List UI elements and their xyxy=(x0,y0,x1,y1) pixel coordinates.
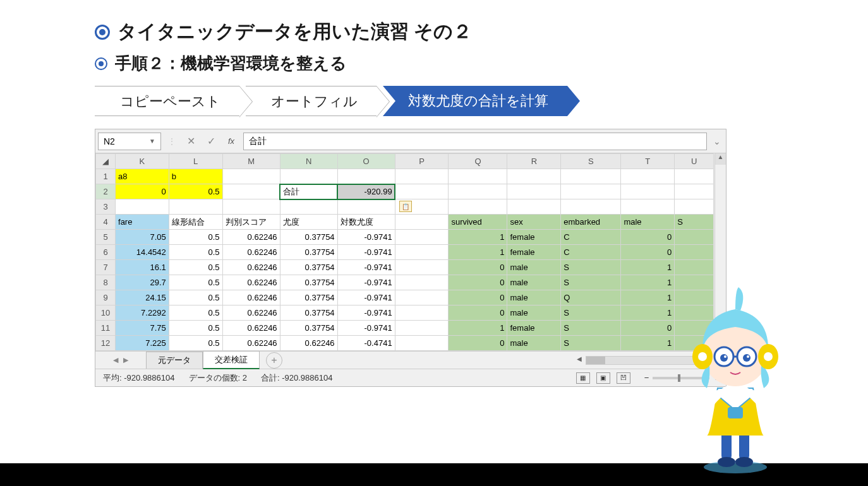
row-header[interactable]: 11 xyxy=(96,321,116,336)
cell[interactable]: 0 xyxy=(449,290,507,305)
cell[interactable] xyxy=(395,215,449,230)
cell[interactable] xyxy=(222,169,280,184)
col-header[interactable]: P xyxy=(395,154,449,169)
cell[interactable]: Q xyxy=(561,290,621,305)
cell[interactable]: 0.5 xyxy=(169,321,222,336)
cell[interactable]: 7.05 xyxy=(116,230,169,245)
cell[interactable]: sex xyxy=(507,215,561,230)
cell[interactable]: 1 xyxy=(621,290,675,305)
cell[interactable]: -0.9741 xyxy=(337,275,395,290)
cell[interactable]: -0.9741 xyxy=(337,260,395,275)
row-header[interactable]: 6 xyxy=(96,245,116,260)
cell[interactable]: 判別スコア xyxy=(222,215,280,230)
table-row[interactable]: 2 0 0.5 合計 -920.99 xyxy=(96,184,726,199)
cell[interactable]: C xyxy=(561,245,621,260)
cell[interactable] xyxy=(675,169,714,184)
cell[interactable]: 0.62246 xyxy=(222,305,280,321)
cell-selected[interactable]: 合計 xyxy=(280,184,337,199)
cell[interactable]: -0.4741 xyxy=(337,336,395,351)
cell-selected[interactable]: -920.99 xyxy=(337,184,395,199)
row-header[interactable]: 12 xyxy=(96,336,116,351)
cell[interactable]: 0.5 xyxy=(169,290,222,305)
cell[interactable]: 0.5 xyxy=(169,305,222,321)
cell[interactable]: -0.9741 xyxy=(337,305,395,321)
cell[interactable]: male xyxy=(621,215,675,230)
cell[interactable] xyxy=(395,336,449,351)
cell[interactable]: 0.62246 xyxy=(222,245,280,260)
row-header[interactable]: 3 xyxy=(96,199,116,215)
zoom-out-icon[interactable]: − xyxy=(644,373,649,382)
cell[interactable]: 0.62246 xyxy=(222,260,280,275)
column-headers[interactable]: ◢ K L M N O P Q R S T U xyxy=(96,154,726,169)
cell[interactable] xyxy=(561,169,621,184)
table-row[interactable]: 1 a8 b xyxy=(96,169,726,184)
row-header[interactable]: 10 xyxy=(96,305,116,321)
cell[interactable] xyxy=(337,169,395,184)
cell[interactable]: 1 xyxy=(449,321,507,336)
cell[interactable] xyxy=(621,199,675,215)
cell[interactable] xyxy=(449,184,507,199)
cell[interactable]: -0.9741 xyxy=(337,230,395,245)
col-header[interactable]: U xyxy=(675,154,714,169)
cell[interactable]: 0 xyxy=(449,305,507,321)
cell[interactable] xyxy=(116,199,169,215)
table-row[interactable]: 924.150.50.622460.37754-0.97410maleQ1 xyxy=(96,290,726,305)
cell[interactable]: S xyxy=(561,336,621,351)
cell[interactable]: 0.62246 xyxy=(222,275,280,290)
cell[interactable]: 1 xyxy=(621,275,675,290)
cell[interactable]: 0.62246 xyxy=(222,230,280,245)
col-header[interactable]: M xyxy=(222,154,280,169)
cell[interactable] xyxy=(337,199,395,215)
select-all-corner[interactable]: ◢ xyxy=(96,154,116,169)
cell[interactable]: 0.37754 xyxy=(280,290,337,305)
cell[interactable]: a8 xyxy=(116,169,169,184)
cell[interactable] xyxy=(449,199,507,215)
table-row[interactable]: 117.750.50.622460.37754-0.97411femaleS0 xyxy=(96,321,726,336)
cell[interactable] xyxy=(395,245,449,260)
cell[interactable] xyxy=(280,199,337,215)
row-header[interactable]: 5 xyxy=(96,230,116,245)
cell[interactable]: fare xyxy=(116,215,169,230)
cell[interactable]: b xyxy=(169,169,222,184)
cell[interactable]: 0.62246 xyxy=(222,336,280,351)
cell[interactable]: -0.9741 xyxy=(337,245,395,260)
cell[interactable]: 0 xyxy=(116,184,169,199)
col-header[interactable]: O xyxy=(337,154,395,169)
cell[interactable]: 0.5 xyxy=(169,245,222,260)
cell[interactable]: 16.1 xyxy=(116,260,169,275)
name-box[interactable]: N2 ▼ xyxy=(98,133,161,150)
cell[interactable]: -0.9741 xyxy=(337,290,395,305)
cell[interactable]: 0.5 xyxy=(169,230,222,245)
table-row[interactable]: 127.2250.50.622460.62246-0.47410maleS1 xyxy=(96,336,726,351)
cell[interactable] xyxy=(395,169,449,184)
page-break-icon[interactable]: 凹 xyxy=(617,372,630,384)
cell[interactable] xyxy=(280,169,337,184)
cell[interactable]: S xyxy=(561,275,621,290)
cell[interactable] xyxy=(561,184,621,199)
col-header[interactable]: T xyxy=(621,154,675,169)
tab-navigation[interactable]: ◀▶ xyxy=(95,356,146,364)
cell[interactable]: 0 xyxy=(621,321,675,336)
cell[interactable]: 0.37754 xyxy=(280,275,337,290)
table-row[interactable]: 107.22920.50.622460.37754-0.97410maleS1 xyxy=(96,305,726,321)
cell[interactable]: female xyxy=(507,230,561,245)
cell[interactable]: male xyxy=(507,336,561,351)
cell[interactable] xyxy=(395,321,449,336)
cell[interactable]: 対数尤度 xyxy=(337,215,395,230)
table-row[interactable]: 3 📋 xyxy=(96,199,726,215)
normal-view-icon[interactable]: ▦ xyxy=(576,372,590,384)
cell[interactable] xyxy=(222,184,280,199)
row-header[interactable]: 1 xyxy=(96,169,116,184)
cell[interactable] xyxy=(395,184,449,199)
cell[interactable]: 0 xyxy=(449,260,507,275)
cell[interactable]: 29.7 xyxy=(116,275,169,290)
cell[interactable] xyxy=(395,290,449,305)
scroll-up-icon[interactable]: ▲ xyxy=(715,153,726,165)
cell[interactable]: S xyxy=(561,260,621,275)
cell[interactable]: 7.2292 xyxy=(116,305,169,321)
cell[interactable]: 0 xyxy=(621,230,675,245)
cell[interactable]: 7.75 xyxy=(116,321,169,336)
dropdown-icon[interactable]: ▼ xyxy=(149,138,155,145)
cell[interactable]: 14.4542 xyxy=(116,245,169,260)
row-header[interactable]: 9 xyxy=(96,290,116,305)
